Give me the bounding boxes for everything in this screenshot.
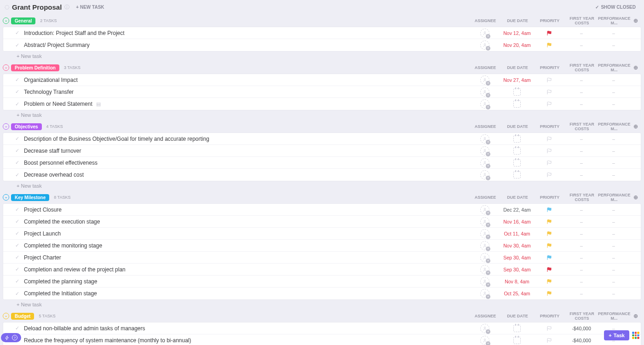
performance-cell[interactable]: – bbox=[598, 148, 630, 154]
status-check-icon[interactable]: ✓ bbox=[15, 89, 19, 95]
priority-cell[interactable] bbox=[533, 42, 565, 48]
status-check-icon[interactable]: ✓ bbox=[15, 77, 19, 83]
task-row[interactable]: ✓Description of the Business Objective/G… bbox=[3, 133, 641, 145]
col-first-year-costs[interactable]: FIRST YEAR COSTS bbox=[566, 122, 598, 131]
task-row[interactable]: ✓Introduction: Project Staff and the Pro… bbox=[3, 27, 641, 39]
first-year-costs-cell[interactable]: – bbox=[565, 291, 598, 296]
section-collapse-icon[interactable] bbox=[3, 64, 9, 71]
first-year-costs-cell[interactable]: – bbox=[565, 160, 598, 166]
assignee-cell[interactable]: + bbox=[469, 324, 501, 333]
priority-cell[interactable] bbox=[533, 160, 565, 166]
task-title[interactable]: Project Charter bbox=[24, 254, 61, 261]
due-date-cell[interactable]: Nov 27, 4am bbox=[501, 77, 533, 83]
assignee-cell[interactable]: + bbox=[469, 75, 501, 85]
status-check-icon[interactable]: ✓ bbox=[15, 101, 19, 107]
due-date-cell[interactable] bbox=[501, 325, 533, 332]
status-check-icon[interactable]: ✓ bbox=[15, 218, 19, 224]
col-first-year-costs[interactable]: FIRST YEAR COSTS bbox=[566, 63, 598, 72]
col-priority[interactable]: PRIORITY bbox=[534, 65, 566, 70]
task-row[interactable]: ✓Completed the execution stage+Nov 16, 4… bbox=[3, 216, 641, 228]
assignee-cell[interactable]: + bbox=[469, 265, 501, 274]
first-year-costs-cell[interactable]: – bbox=[565, 148, 598, 154]
priority-cell[interactable] bbox=[533, 219, 565, 224]
first-year-costs-cell[interactable]: – bbox=[565, 77, 598, 83]
collapse-all-icon[interactable]: ◌ bbox=[5, 4, 9, 10]
create-task-button[interactable]: + Task bbox=[604, 330, 629, 340]
status-check-icon[interactable]: ✓ bbox=[15, 30, 19, 36]
priority-cell[interactable] bbox=[533, 172, 565, 178]
first-year-costs-cell[interactable]: – bbox=[565, 279, 598, 284]
col-assignee[interactable]: ASSIGNEE bbox=[469, 124, 501, 129]
priority-cell[interactable] bbox=[533, 255, 565, 260]
task-title[interactable]: Project Launch bbox=[24, 230, 61, 237]
due-date-cell[interactable]: Oct 11, 4am bbox=[501, 231, 533, 236]
status-check-icon[interactable]: ✓ bbox=[15, 42, 19, 48]
task-title[interactable]: Abstract/ Project Summary bbox=[24, 42, 90, 48]
col-due-date[interactable]: DUE DATE bbox=[501, 314, 534, 318]
due-date-cell[interactable]: Nov 8, 4am bbox=[501, 279, 533, 284]
first-year-costs-cell[interactable]: – bbox=[565, 231, 598, 236]
status-check-icon[interactable]: ✓ bbox=[15, 136, 19, 142]
due-date-cell[interactable]: Oct 25, 4am bbox=[501, 291, 533, 296]
assignee-cell[interactable]: + bbox=[469, 29, 501, 38]
performance-cell[interactable]: – bbox=[598, 89, 630, 95]
task-row[interactable]: ✓Organizational Impact+Nov 27, 4am–– bbox=[3, 74, 641, 86]
priority-cell[interactable] bbox=[533, 89, 565, 95]
first-year-costs-cell[interactable]: – bbox=[565, 30, 598, 36]
status-check-icon[interactable]: ✓ bbox=[15, 325, 19, 331]
first-year-costs-cell[interactable]: – bbox=[565, 89, 598, 95]
col-priority[interactable]: PRIORITY bbox=[534, 195, 566, 200]
task-row[interactable]: ✓Abstract/ Project Summary+Nov 20, 4am–– bbox=[3, 39, 641, 51]
section-collapse-icon[interactable] bbox=[3, 313, 9, 319]
task-title[interactable]: Completion and review of the project pla… bbox=[24, 266, 126, 273]
task-row[interactable]: ✓Decrease overhead cost+–– bbox=[3, 169, 641, 181]
section-badge[interactable]: Objectives bbox=[11, 123, 42, 130]
due-date-cell[interactable] bbox=[501, 135, 533, 143]
col-priority[interactable]: PRIORITY bbox=[534, 314, 566, 318]
first-year-costs-cell[interactable]: – bbox=[565, 207, 598, 213]
first-year-costs-cell[interactable]: – bbox=[565, 255, 598, 260]
task-title[interactable]: Completed the Initiation stage bbox=[24, 290, 97, 297]
section-collapse-icon[interactable] bbox=[3, 194, 9, 201]
first-year-costs-cell[interactable]: -$40,000 bbox=[565, 338, 598, 343]
assignee-cell[interactable]: + bbox=[469, 99, 501, 109]
assignee-cell[interactable]: + bbox=[469, 170, 501, 179]
task-title[interactable]: Decrease staff turnover bbox=[24, 148, 81, 154]
status-check-icon[interactable]: ✓ bbox=[15, 148, 19, 154]
first-year-costs-cell[interactable]: – bbox=[565, 101, 598, 107]
assignee-cell[interactable]: + bbox=[469, 146, 501, 155]
task-row[interactable]: ✓Boost personnel effectiveness+–– bbox=[3, 157, 641, 169]
performance-cell[interactable]: – bbox=[598, 207, 630, 213]
assignee-cell[interactable]: + bbox=[469, 289, 501, 298]
performance-cell[interactable]: – bbox=[598, 267, 630, 272]
due-date-cell[interactable] bbox=[501, 100, 533, 108]
status-check-icon[interactable]: ✓ bbox=[15, 172, 19, 178]
col-assignee[interactable]: ASSIGNEE bbox=[469, 314, 501, 318]
due-date-cell[interactable]: Sep 30, 4am bbox=[501, 255, 533, 260]
assignee-cell[interactable]: + bbox=[469, 241, 501, 250]
assignee-cell[interactable]: + bbox=[469, 217, 501, 226]
performance-cell[interactable]: – bbox=[598, 231, 630, 236]
info-icon[interactable]: ⓘ bbox=[64, 4, 69, 11]
priority-cell[interactable] bbox=[533, 77, 565, 83]
col-assignee[interactable]: ASSIGNEE bbox=[469, 65, 501, 70]
status-check-icon[interactable]: ✓ bbox=[15, 230, 19, 236]
task-title[interactable]: Technology Transfer bbox=[24, 89, 74, 95]
priority-cell[interactable] bbox=[533, 136, 565, 142]
performance-cell[interactable]: – bbox=[598, 136, 630, 142]
priority-cell[interactable] bbox=[533, 30, 565, 36]
status-check-icon[interactable]: ✓ bbox=[15, 291, 19, 297]
task-row[interactable]: ✓Completed the monitoring stage+Nov 30, … bbox=[3, 240, 641, 252]
status-check-icon[interactable]: ✓ bbox=[15, 254, 19, 260]
status-check-icon[interactable]: ✓ bbox=[15, 160, 19, 166]
task-title[interactable]: Description of the Business Objective/Go… bbox=[24, 136, 209, 142]
performance-cell[interactable]: – bbox=[598, 243, 630, 248]
first-year-costs-cell[interactable]: – bbox=[565, 243, 598, 248]
section-badge[interactable]: Problem Definition bbox=[11, 64, 59, 71]
show-closed-toggle[interactable]: ✓ SHOW CLOSED bbox=[595, 5, 636, 10]
col-assignee[interactable]: ASSIGNEE bbox=[469, 18, 501, 23]
col-assignee[interactable]: ASSIGNEE bbox=[469, 195, 501, 200]
performance-cell[interactable]: – bbox=[598, 160, 630, 166]
performance-cell[interactable]: – bbox=[598, 172, 630, 178]
assignee-cell[interactable]: + bbox=[469, 158, 501, 167]
